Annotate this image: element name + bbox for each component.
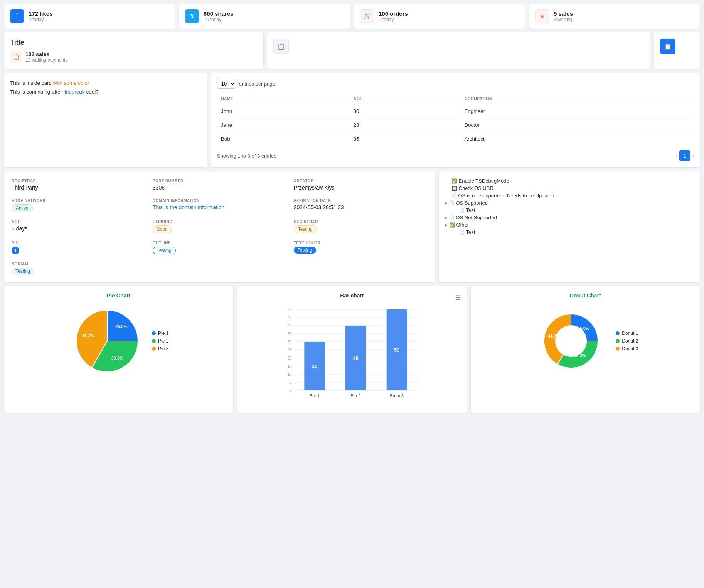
text-color-field: TEXT COLOR Testing xyxy=(294,241,427,254)
legend-item: Donut 3 xyxy=(616,346,638,351)
twitter-icon: 𝕏 xyxy=(185,9,199,23)
title-card: Title 📋 132 sales 12 waiting payments xyxy=(4,32,263,69)
svg-text:Bar 1: Bar 1 xyxy=(310,393,320,398)
next-page-arrow[interactable]: › xyxy=(692,153,694,158)
cart-icon: 🛒 xyxy=(360,9,374,23)
info-card-left: REGISTRAR Third Party PORT NUMBER 3306 C… xyxy=(4,171,435,282)
title-card-stat: 📋 132 sales 12 waiting payments xyxy=(10,51,257,63)
tree-item[interactable]: ▶📄OS Not Supported xyxy=(445,214,694,221)
creator-label: CREATOR xyxy=(294,179,427,183)
light-icon-box[interactable]: 📋 xyxy=(273,39,289,54)
outline-label: OUTLINE xyxy=(153,241,286,245)
middle-center-card: 📋 xyxy=(267,32,650,69)
svg-text:25: 25 xyxy=(288,348,292,352)
registrar-label: REGISTRAR xyxy=(12,179,145,183)
tree-item[interactable]: ▶✅Other xyxy=(445,221,694,228)
pie-chart-title: Pie Chart xyxy=(10,292,227,299)
stat-card-likes: f 172 likes 2 today xyxy=(4,4,175,29)
page-1-button[interactable]: 1 xyxy=(679,150,690,161)
svg-text:41.7%: 41.7% xyxy=(82,333,94,338)
table-cell-name: John xyxy=(217,104,350,118)
creator-value: Przemysław Kłys xyxy=(294,185,427,191)
svg-text:5: 5 xyxy=(290,380,292,385)
legend-item: Donut 1 xyxy=(616,331,638,336)
text-highlight-blue: linebreak xyxy=(64,89,85,95)
svg-text:30: 30 xyxy=(312,363,317,369)
table-cell-occupation: Architect xyxy=(460,132,694,146)
table-cell-age: 35 xyxy=(350,132,461,146)
pagination: ‹ 1 › xyxy=(675,150,694,161)
domain-label: DOMAIN INFORMATION xyxy=(153,198,286,203)
bar-chart-svg: 0510152025303540455030Bar 140Bar 250Bara… xyxy=(243,306,460,406)
expiration-value: 2024-05-03 20:51:33 xyxy=(294,204,427,210)
entries-label: entries per page xyxy=(239,81,275,87)
age-label: AGE xyxy=(12,220,145,224)
svg-text:10: 10 xyxy=(288,372,292,376)
port-value: 3306 xyxy=(153,185,286,191)
entries-per-page-select[interactable]: 10 25 50 xyxy=(217,79,236,89)
col-name: NAME xyxy=(217,93,350,104)
info-row: REGISTRAR Third Party PORT NUMBER 3306 C… xyxy=(4,171,700,282)
dark-icon-box[interactable]: 📋 xyxy=(660,39,675,54)
orders-sub: 0 today xyxy=(379,17,408,22)
tree-card: ✅Enable TSDebugMode🔲Check OS UBR📄OS is n… xyxy=(439,171,701,282)
bar-chart-menu-icon[interactable]: ☰ xyxy=(455,294,461,301)
table-row: Bob35Architect xyxy=(217,132,694,146)
outline-badge: Testing xyxy=(153,247,176,254)
edge-label: EDGE NETWORK xyxy=(12,198,145,203)
port-field: PORT NUMBER 3306 xyxy=(153,179,286,191)
domain-field: DOMAIN INFORMATION This is the domain in… xyxy=(153,198,286,212)
table-cell-occupation: Engineer xyxy=(460,104,694,118)
stats-row: f 172 likes 2 today 𝕏 600 shares 16 toda… xyxy=(4,4,700,29)
tree-item: 📄Test xyxy=(453,228,694,236)
normal-label: NORMAL xyxy=(12,262,145,266)
likes-main: 172 likes xyxy=(29,10,53,17)
text-line1-prefix: This is inside card xyxy=(10,80,53,86)
svg-text:41.7%: 41.7% xyxy=(548,334,560,338)
outline-field: OUTLINE Testing xyxy=(153,241,286,254)
pill-label: PILL xyxy=(12,241,145,245)
svg-text:25.0%: 25.0% xyxy=(578,326,589,331)
pill-field: PILL 1 xyxy=(12,241,145,254)
tree-item[interactable]: ▶📄OS Supported xyxy=(445,199,694,207)
age-field: AGE 5 days xyxy=(12,220,145,233)
donut-chart-title: Donut Chart xyxy=(477,292,694,299)
table-cell-name: Bob xyxy=(217,132,350,146)
tree-item: ✅Enable TSDebugMode xyxy=(445,177,694,185)
donut-chart-svg: 25.0%33.3%41.7% xyxy=(532,302,610,380)
pill-badge: 1 xyxy=(12,247,19,254)
sales-sub: 3 waiting xyxy=(554,17,573,22)
edge-badge: Active xyxy=(12,204,33,212)
table-cell-occupation: Doctor xyxy=(460,118,694,132)
table-cell-age: 30 xyxy=(350,104,461,118)
legend-item: Pie 3 xyxy=(152,346,168,351)
text-color-badge: Testing xyxy=(294,247,316,254)
svg-text:40: 40 xyxy=(353,355,359,361)
expiration-label: EXPIRATION DATE xyxy=(294,198,427,203)
text-card: This is inside card with some color This… xyxy=(4,73,207,167)
expiration-field: EXPIRATION DATE 2024-05-03 20:51:33 xyxy=(294,198,427,212)
registrar-value: Third Party xyxy=(12,185,145,191)
data-table: NAME AGE OCCUPATION John30EngineerJane28… xyxy=(217,93,694,146)
creator-field: CREATOR Przemysław Kłys xyxy=(294,179,427,191)
edge-field: EDGE NETWORK Active xyxy=(12,198,145,212)
legend-item: Pie 2 xyxy=(152,338,168,344)
col-age: AGE xyxy=(350,93,461,104)
expiring-badge: Soon xyxy=(153,225,172,233)
legend-item: Pie 1 xyxy=(152,331,168,336)
info-grid: REGISTRAR Third Party PORT NUMBER 3306 C… xyxy=(12,179,427,275)
prev-page-arrow[interactable]: ‹ xyxy=(675,153,677,158)
svg-text:0: 0 xyxy=(290,388,292,393)
table-cell-name: Jane xyxy=(217,118,350,132)
title-card-stat-main: 132 sales xyxy=(25,51,67,57)
stat-card-orders: 🛒 100 orders 0 today xyxy=(354,4,525,29)
svg-text:Barat 3: Barat 3 xyxy=(390,393,404,398)
svg-text:33.3%: 33.3% xyxy=(111,356,123,360)
text-table-row: This is inside card with some color This… xyxy=(4,73,700,167)
table-showing-text: Showing 1 to 3 of 3 entries xyxy=(217,153,276,159)
stripe-icon: S xyxy=(535,9,549,23)
pie-chart-svg: 25.0%33.3%41.7% xyxy=(69,302,146,380)
expiring-field: EXPIRING Soon xyxy=(153,220,286,233)
text-content: This is inside card with some color This… xyxy=(10,79,201,97)
bar-chart-header: Bar chart ☰ xyxy=(243,292,460,302)
